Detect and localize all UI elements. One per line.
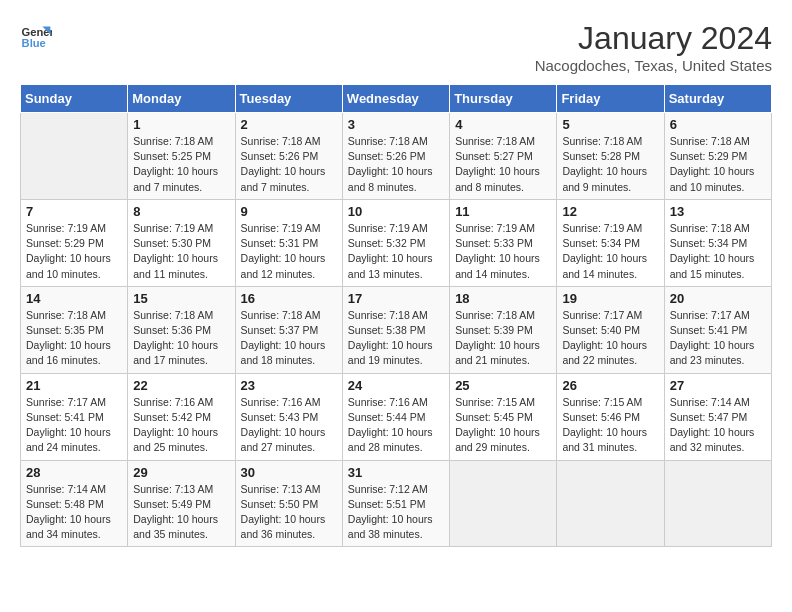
- calendar-body: 1Sunrise: 7:18 AM Sunset: 5:25 PM Daylig…: [21, 113, 772, 547]
- calendar-cell: 2Sunrise: 7:18 AM Sunset: 5:26 PM Daylig…: [235, 113, 342, 200]
- calendar-table: SundayMondayTuesdayWednesdayThursdayFrid…: [20, 84, 772, 547]
- calendar-cell: 14Sunrise: 7:18 AM Sunset: 5:35 PM Dayli…: [21, 286, 128, 373]
- day-number: 25: [455, 378, 551, 393]
- day-info: Sunrise: 7:18 AM Sunset: 5:26 PM Dayligh…: [348, 134, 444, 195]
- weekday-header-friday: Friday: [557, 85, 664, 113]
- calendar-cell: 27Sunrise: 7:14 AM Sunset: 5:47 PM Dayli…: [664, 373, 771, 460]
- day-number: 1: [133, 117, 229, 132]
- calendar-cell: [557, 460, 664, 547]
- calendar-subtitle: Nacogdoches, Texas, United States: [535, 57, 772, 74]
- day-info: Sunrise: 7:18 AM Sunset: 5:36 PM Dayligh…: [133, 308, 229, 369]
- calendar-cell: 6Sunrise: 7:18 AM Sunset: 5:29 PM Daylig…: [664, 113, 771, 200]
- calendar-cell: 3Sunrise: 7:18 AM Sunset: 5:26 PM Daylig…: [342, 113, 449, 200]
- day-number: 18: [455, 291, 551, 306]
- day-info: Sunrise: 7:18 AM Sunset: 5:28 PM Dayligh…: [562, 134, 658, 195]
- calendar-cell: 16Sunrise: 7:18 AM Sunset: 5:37 PM Dayli…: [235, 286, 342, 373]
- day-info: Sunrise: 7:18 AM Sunset: 5:26 PM Dayligh…: [241, 134, 337, 195]
- title-block: January 2024 Nacogdoches, Texas, United …: [535, 20, 772, 74]
- calendar-cell: 22Sunrise: 7:16 AM Sunset: 5:42 PM Dayli…: [128, 373, 235, 460]
- calendar-cell: 25Sunrise: 7:15 AM Sunset: 5:45 PM Dayli…: [450, 373, 557, 460]
- calendar-cell: 7Sunrise: 7:19 AM Sunset: 5:29 PM Daylig…: [21, 199, 128, 286]
- day-info: Sunrise: 7:13 AM Sunset: 5:49 PM Dayligh…: [133, 482, 229, 543]
- calendar-week-row: 14Sunrise: 7:18 AM Sunset: 5:35 PM Dayli…: [21, 286, 772, 373]
- calendar-cell: 8Sunrise: 7:19 AM Sunset: 5:30 PM Daylig…: [128, 199, 235, 286]
- day-info: Sunrise: 7:14 AM Sunset: 5:48 PM Dayligh…: [26, 482, 122, 543]
- day-number: 19: [562, 291, 658, 306]
- calendar-cell: 19Sunrise: 7:17 AM Sunset: 5:40 PM Dayli…: [557, 286, 664, 373]
- logo-icon: General Blue: [20, 20, 52, 52]
- weekday-header-tuesday: Tuesday: [235, 85, 342, 113]
- calendar-week-row: 1Sunrise: 7:18 AM Sunset: 5:25 PM Daylig…: [21, 113, 772, 200]
- calendar-cell: [664, 460, 771, 547]
- day-number: 7: [26, 204, 122, 219]
- day-number: 31: [348, 465, 444, 480]
- day-info: Sunrise: 7:18 AM Sunset: 5:37 PM Dayligh…: [241, 308, 337, 369]
- day-info: Sunrise: 7:17 AM Sunset: 5:41 PM Dayligh…: [670, 308, 766, 369]
- day-info: Sunrise: 7:19 AM Sunset: 5:33 PM Dayligh…: [455, 221, 551, 282]
- day-number: 3: [348, 117, 444, 132]
- calendar-cell: 28Sunrise: 7:14 AM Sunset: 5:48 PM Dayli…: [21, 460, 128, 547]
- day-number: 23: [241, 378, 337, 393]
- logo: General Blue: [20, 20, 52, 52]
- calendar-title: January 2024: [535, 20, 772, 57]
- day-number: 26: [562, 378, 658, 393]
- day-info: Sunrise: 7:19 AM Sunset: 5:30 PM Dayligh…: [133, 221, 229, 282]
- calendar-cell: 23Sunrise: 7:16 AM Sunset: 5:43 PM Dayli…: [235, 373, 342, 460]
- day-info: Sunrise: 7:15 AM Sunset: 5:46 PM Dayligh…: [562, 395, 658, 456]
- day-info: Sunrise: 7:18 AM Sunset: 5:35 PM Dayligh…: [26, 308, 122, 369]
- day-info: Sunrise: 7:14 AM Sunset: 5:47 PM Dayligh…: [670, 395, 766, 456]
- calendar-cell: 24Sunrise: 7:16 AM Sunset: 5:44 PM Dayli…: [342, 373, 449, 460]
- calendar-cell: [450, 460, 557, 547]
- calendar-cell: 13Sunrise: 7:18 AM Sunset: 5:34 PM Dayli…: [664, 199, 771, 286]
- calendar-cell: 10Sunrise: 7:19 AM Sunset: 5:32 PM Dayli…: [342, 199, 449, 286]
- day-number: 29: [133, 465, 229, 480]
- day-number: 11: [455, 204, 551, 219]
- page-header: General Blue January 2024 Nacogdoches, T…: [20, 20, 772, 74]
- calendar-cell: 31Sunrise: 7:12 AM Sunset: 5:51 PM Dayli…: [342, 460, 449, 547]
- calendar-cell: 17Sunrise: 7:18 AM Sunset: 5:38 PM Dayli…: [342, 286, 449, 373]
- day-number: 15: [133, 291, 229, 306]
- day-number: 16: [241, 291, 337, 306]
- day-info: Sunrise: 7:18 AM Sunset: 5:38 PM Dayligh…: [348, 308, 444, 369]
- day-info: Sunrise: 7:15 AM Sunset: 5:45 PM Dayligh…: [455, 395, 551, 456]
- day-number: 12: [562, 204, 658, 219]
- day-number: 20: [670, 291, 766, 306]
- day-number: 8: [133, 204, 229, 219]
- day-info: Sunrise: 7:18 AM Sunset: 5:25 PM Dayligh…: [133, 134, 229, 195]
- day-info: Sunrise: 7:16 AM Sunset: 5:44 PM Dayligh…: [348, 395, 444, 456]
- day-number: 10: [348, 204, 444, 219]
- calendar-cell: 4Sunrise: 7:18 AM Sunset: 5:27 PM Daylig…: [450, 113, 557, 200]
- calendar-cell: 29Sunrise: 7:13 AM Sunset: 5:49 PM Dayli…: [128, 460, 235, 547]
- day-number: 5: [562, 117, 658, 132]
- day-info: Sunrise: 7:18 AM Sunset: 5:39 PM Dayligh…: [455, 308, 551, 369]
- calendar-week-row: 7Sunrise: 7:19 AM Sunset: 5:29 PM Daylig…: [21, 199, 772, 286]
- day-number: 21: [26, 378, 122, 393]
- day-info: Sunrise: 7:17 AM Sunset: 5:41 PM Dayligh…: [26, 395, 122, 456]
- day-number: 24: [348, 378, 444, 393]
- calendar-header: SundayMondayTuesdayWednesdayThursdayFrid…: [21, 85, 772, 113]
- calendar-cell: 12Sunrise: 7:19 AM Sunset: 5:34 PM Dayli…: [557, 199, 664, 286]
- calendar-cell: 5Sunrise: 7:18 AM Sunset: 5:28 PM Daylig…: [557, 113, 664, 200]
- day-info: Sunrise: 7:19 AM Sunset: 5:32 PM Dayligh…: [348, 221, 444, 282]
- day-info: Sunrise: 7:19 AM Sunset: 5:29 PM Dayligh…: [26, 221, 122, 282]
- calendar-cell: [21, 113, 128, 200]
- calendar-cell: 15Sunrise: 7:18 AM Sunset: 5:36 PM Dayli…: [128, 286, 235, 373]
- day-number: 2: [241, 117, 337, 132]
- day-number: 27: [670, 378, 766, 393]
- day-info: Sunrise: 7:12 AM Sunset: 5:51 PM Dayligh…: [348, 482, 444, 543]
- calendar-cell: 30Sunrise: 7:13 AM Sunset: 5:50 PM Dayli…: [235, 460, 342, 547]
- day-info: Sunrise: 7:19 AM Sunset: 5:34 PM Dayligh…: [562, 221, 658, 282]
- svg-text:Blue: Blue: [22, 37, 46, 49]
- calendar-week-row: 21Sunrise: 7:17 AM Sunset: 5:41 PM Dayli…: [21, 373, 772, 460]
- day-number: 14: [26, 291, 122, 306]
- day-number: 30: [241, 465, 337, 480]
- day-number: 9: [241, 204, 337, 219]
- calendar-cell: 21Sunrise: 7:17 AM Sunset: 5:41 PM Dayli…: [21, 373, 128, 460]
- day-number: 13: [670, 204, 766, 219]
- day-number: 6: [670, 117, 766, 132]
- day-info: Sunrise: 7:17 AM Sunset: 5:40 PM Dayligh…: [562, 308, 658, 369]
- weekday-header-monday: Monday: [128, 85, 235, 113]
- calendar-cell: 20Sunrise: 7:17 AM Sunset: 5:41 PM Dayli…: [664, 286, 771, 373]
- weekday-header-saturday: Saturday: [664, 85, 771, 113]
- calendar-cell: 1Sunrise: 7:18 AM Sunset: 5:25 PM Daylig…: [128, 113, 235, 200]
